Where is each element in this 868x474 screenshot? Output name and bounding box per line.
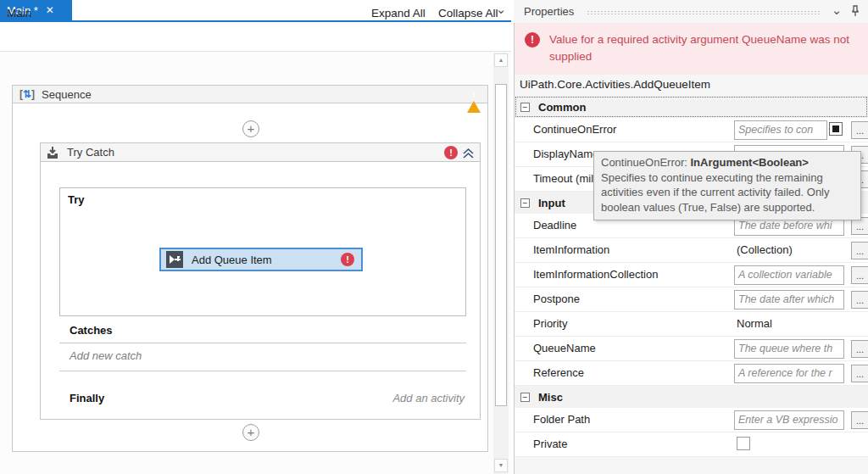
add-activity-plus-icon[interactable]: +	[242, 424, 259, 441]
add-an-activity-button[interactable]: Add an activity	[322, 392, 465, 404]
reference-input[interactable]: A reference for the r	[734, 364, 844, 383]
queuename-input[interactable]: The queue where th	[734, 339, 844, 359]
ellipsis-button[interactable]: ...	[851, 340, 868, 358]
tooltip-body: Specifies to continue executing the rema…	[601, 170, 854, 215]
priority-value[interactable]: Normal	[737, 317, 772, 330]
chevron-down-icon[interactable]: ⌄	[829, 3, 844, 20]
section-header-misc[interactable]: − Misc	[515, 386, 868, 408]
collapse-chevron-icon[interactable]	[461, 146, 476, 160]
document-tab-strip	[0, 0, 511, 20]
ellipsis-button[interactable]: ...	[851, 365, 868, 382]
sequence-header[interactable]: [⇅] Sequence !	[12, 85, 488, 103]
try-catch-header[interactable]: Try Catch !	[40, 142, 481, 162]
property-row-folderpath: Folder Path Enter a VB expressio ...	[515, 408, 868, 432]
expand-all-button[interactable]: Expand All	[371, 7, 426, 20]
property-row-reference: Reference A reference for the r ...	[515, 361, 868, 386]
property-row-private: Private	[515, 432, 868, 457]
properties-title: Properties	[524, 5, 574, 18]
try-label: Try	[68, 193, 85, 206]
private-checkbox[interactable]	[737, 437, 750, 450]
scroll-down-icon[interactable]: ▼	[494, 459, 508, 472]
ellipsis-button[interactable]: ...	[851, 291, 868, 309]
add-queue-item-activity[interactable]: Add Queue Item !	[159, 248, 363, 271]
finally-label: Finally	[70, 392, 104, 404]
uipath-studio-window: Main * ✕ ⌄ Main Expand All Collapse All …	[0, 0, 868, 474]
add-new-catch-button[interactable]: Add new catch	[70, 349, 142, 362]
folderpath-input[interactable]: Enter a VB expressio	[734, 410, 844, 430]
add-queue-item-icon	[166, 251, 183, 268]
property-tooltip: ContinueOnError: InArgument<Boolean> Spe…	[593, 151, 861, 220]
catches-label: Catches	[70, 324, 113, 337]
postpone-input[interactable]: The date after which	[734, 290, 844, 309]
sequence-title: Sequence	[42, 88, 92, 101]
designer-pane: Main * ✕ ⌄ Main Expand All Collapse All …	[0, 0, 511, 474]
ellipsis-button[interactable]: ...	[851, 411, 868, 429]
scroll-up-icon[interactable]: ▲	[494, 53, 508, 67]
error-badge-icon: !	[444, 146, 458, 159]
collapse-section-icon[interactable]: −	[520, 198, 530, 208]
property-row-postpone: Postpone The date after which ...	[515, 287, 868, 312]
breadcrumb[interactable]: Main	[7, 7, 31, 20]
property-row-iteminformationcollection: ItemInformationCollection A collection v…	[515, 263, 868, 287]
breadcrumb-bar	[0, 22, 511, 52]
property-row-queuename: QueueName The queue where th ...	[515, 337, 868, 361]
collapse-all-button[interactable]: Collapse All	[438, 7, 498, 20]
property-row-continueonerror: ContinueOnError Specifies to con ...	[515, 118, 868, 142]
scrollbar-thumb[interactable]	[495, 84, 507, 406]
iteminformationcollection-input[interactable]: A collection variable	[734, 265, 844, 285]
divider	[59, 343, 466, 343]
warning-icon: !	[467, 88, 481, 101]
property-row-iteminformation: ItemInformation (Collection) ...	[515, 238, 868, 263]
add-activity-plus-icon[interactable]: +	[242, 120, 259, 137]
ellipsis-button[interactable]: ...	[851, 242, 868, 259]
iteminformation-value[interactable]: (Collection)	[737, 243, 793, 256]
error-icon: !	[525, 32, 540, 47]
panel-grip-texture[interactable]	[587, 10, 820, 14]
try-catch-title: Try Catch	[67, 146, 114, 159]
ellipsis-button[interactable]: ...	[851, 266, 868, 284]
sequence-icon: [⇅]	[19, 88, 35, 100]
activity-label: Add Queue Item	[192, 254, 332, 266]
validation-error-text: Value for a required activity argument Q…	[549, 31, 851, 65]
collapse-section-icon[interactable]: −	[520, 393, 530, 402]
ellipsis-button[interactable]: ...	[851, 121, 868, 139]
close-icon[interactable]: ✕	[46, 5, 54, 15]
section-header-common[interactable]: − Common	[515, 96, 868, 118]
property-row-priority: Priority Normal	[515, 312, 868, 337]
continueonerror-input[interactable]: Specifies to con	[734, 120, 827, 140]
continueonerror-checkbox[interactable]	[829, 122, 843, 136]
try-catch-icon	[46, 146, 59, 159]
activity-class-name: UiPath.Core.Activities.AddQueueItem	[520, 78, 863, 91]
pin-icon[interactable]	[850, 5, 860, 17]
collapse-section-icon[interactable]: −	[520, 103, 530, 112]
divider	[59, 371, 466, 371]
error-badge-icon: !	[341, 253, 354, 266]
